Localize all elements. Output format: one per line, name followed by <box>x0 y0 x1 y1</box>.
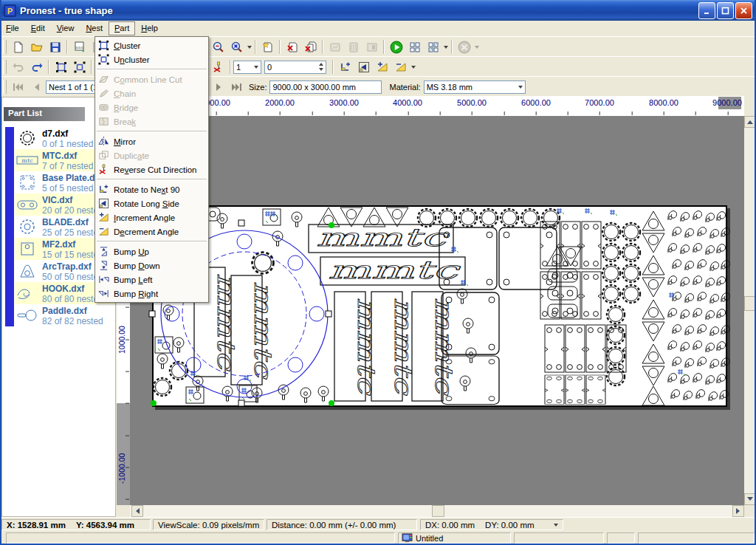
status-bar: X: 1528.91 mm Y: 4563.94 mm ViewScale: 0… <box>0 517 756 532</box>
menu-edit[interactable]: Edit <box>25 21 51 35</box>
menu-item-increment-angle[interactable]: Increment Angle <box>95 210 208 224</box>
delta-dropdown-icon[interactable] <box>554 524 558 527</box>
open-button[interactable] <box>28 38 45 55</box>
minimize-button[interactable] <box>698 2 715 19</box>
duplicate-icon <box>95 150 111 162</box>
document-name: Untitled <box>416 534 443 543</box>
renest-button[interactable] <box>425 38 441 55</box>
part-thumbnail-hook <box>16 284 39 302</box>
scroll-down-button[interactable] <box>744 493 756 505</box>
menu-help[interactable]: Help <box>135 21 164 35</box>
next-nest-button[interactable] <box>210 78 227 95</box>
menu-item-bump-down[interactable]: Bump Down <box>95 258 208 272</box>
document-bar-panel <box>6 532 395 544</box>
last-nest-button[interactable] <box>228 78 245 95</box>
menu-item-bump-right[interactable]: Bump Right <box>95 287 208 301</box>
ruler-label: 3000.00 <box>322 98 366 107</box>
uncluster-button[interactable] <box>71 58 88 75</box>
part-thumbnail-vic <box>16 196 39 213</box>
window-title: Pronest - true shape <box>20 5 697 16</box>
new-document-icon <box>13 41 24 53</box>
menu-nest[interactable]: Nest <box>80 21 109 35</box>
menu-view[interactable]: View <box>51 21 80 35</box>
title-bar: P Pronest - true shape <box>0 0 756 21</box>
app-icon: P <box>4 4 16 17</box>
menu-item-mirror[interactable]: Mirror <box>95 134 208 148</box>
toolbar-grip[interactable] <box>3 40 7 54</box>
menu-item-reverse-cut-direction[interactable]: Reverse Cut Direction <box>95 162 208 176</box>
rotate-long-side-button[interactable] <box>355 58 372 75</box>
horizontal-scroll-thumb[interactable] <box>432 505 444 517</box>
part-list-header: Part List <box>4 107 85 121</box>
save-button[interactable] <box>47 38 63 55</box>
scroll-up-button[interactable] <box>744 116 756 128</box>
part-quantity-combo[interactable]: 1 <box>233 61 261 74</box>
menu-file[interactable]: File <box>0 21 25 35</box>
zoom-dropdown[interactable] <box>246 38 252 55</box>
rotate-dropdown[interactable] <box>410 58 416 75</box>
material-combo[interactable]: MS 3.18 mm <box>424 80 526 94</box>
part-list-item[interactable]: Paddle.dxf 82 of 82 nested <box>15 304 115 326</box>
cluster-button[interactable] <box>52 58 69 75</box>
menu-item-uncluster[interactable]: Uncluster <box>95 52 208 66</box>
decrement-angle-button[interactable] <box>392 58 409 75</box>
scrollbar-corner <box>744 505 756 517</box>
nest-parts-button[interactable] <box>406 38 423 55</box>
start-nesting-button[interactable] <box>388 38 405 55</box>
menu-item-rotate-to-next-90[interactable]: Rotate to Next 90 <box>95 182 208 196</box>
delete-nest-button[interactable] <box>284 38 300 55</box>
export-cnc-button[interactable]: 10101 <box>71 38 88 55</box>
renest-grid-icon <box>427 41 439 53</box>
decrement-angle-icon <box>95 226 111 238</box>
maximize-button[interactable] <box>717 2 734 19</box>
part-thumbnail-ring <box>16 129 39 147</box>
cursor-position-panel: X: 1528.91 mm Y: 4563.94 mm <box>1 519 151 530</box>
distance-panel: Distance: 0.00 mm (+/- 0.00 mm) <box>267 519 417 530</box>
zoom-extents-button[interactable] <box>228 38 245 55</box>
menu-separator <box>97 179 207 180</box>
part-thumbnail-mtc: mtc <box>16 151 39 169</box>
mirror-icon <box>95 136 111 148</box>
menu-item-cluster[interactable]: Cluster <box>95 38 208 52</box>
new-nest-button[interactable] <box>259 38 276 55</box>
menu-item-bump-left[interactable]: Bump Left <box>95 272 208 287</box>
close-button[interactable] <box>735 2 752 19</box>
vertical-scrollbar[interactable] <box>744 116 756 505</box>
menu-item-bump-up[interactable]: Bump Up <box>95 244 208 258</box>
rotate-next-90-button[interactable] <box>337 58 354 75</box>
nest-canvas[interactable]: mmtc mmtc <box>130 116 744 505</box>
viewscale-panel: ViewScale: 0.09 pixels/mm <box>153 519 264 530</box>
menu-item-decrement-angle[interactable]: Decrement Angle <box>95 224 208 239</box>
document-icon <box>402 533 413 543</box>
redo-button[interactable] <box>28 58 45 75</box>
rotate-90-icon <box>95 184 111 196</box>
scroll-right-button[interactable] <box>732 505 744 517</box>
zoom-out-button[interactable] <box>210 38 227 55</box>
menu-part[interactable]: Part <box>109 21 135 35</box>
angle-spinner[interactable]: 0 <box>264 61 326 74</box>
menu-item-chain: Chain <box>95 86 208 100</box>
delete-all-nests-button[interactable] <box>302 38 319 55</box>
nest-dropdown[interactable] <box>442 38 449 55</box>
horizontal-ruler: 1000.00 2000.00 3000.00 4000.00 5000.00 … <box>117 96 744 117</box>
reverse-cut-button[interactable] <box>210 58 227 75</box>
menu-item-rotate-long-side[interactable]: Rotate Long Side <box>95 196 208 210</box>
zoom-extents-icon <box>230 41 243 53</box>
increment-angle-button[interactable] <box>374 58 391 75</box>
status-dy: DY: 0.00 mm <box>485 521 534 529</box>
vertical-scroll-thumb[interactable] <box>744 296 756 311</box>
document-tab[interactable]: Untitled <box>398 532 511 544</box>
sheet-size-input[interactable]: 9000.00 x 3000.00 mm <box>269 80 382 94</box>
scroll-left-button[interactable] <box>131 505 143 517</box>
bump-right-icon <box>95 288 111 300</box>
reverse-cut-icon <box>95 164 111 176</box>
status-x: X: 1528.91 mm <box>7 521 66 529</box>
menu-separator <box>97 241 207 242</box>
rotate-long-side-icon <box>95 198 111 210</box>
delta-panel[interactable]: DX: 0.00 mm DY: 0.00 mm <box>420 519 563 530</box>
horizontal-scrollbar[interactable] <box>130 505 744 517</box>
sheet[interactable]: mmtc mmtc <box>152 205 727 407</box>
new-button[interactable] <box>10 38 27 55</box>
toolbar-grip[interactable] <box>3 80 7 94</box>
toolbar-grip[interactable] <box>3 60 7 74</box>
